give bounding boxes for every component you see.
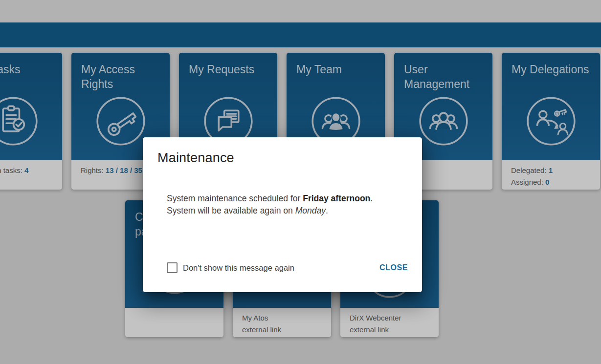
close-button[interactable]: CLOSE	[378, 260, 409, 275]
caption-line: DirX Webcenter	[350, 312, 432, 324]
tile-header: My Tasks	[0, 53, 62, 160]
tile-caption: DirX Webcenterexternal link	[340, 308, 439, 337]
dialog-footer: Don't show this message again CLOSE	[167, 259, 409, 276]
tile-title: User Management	[394, 53, 492, 91]
dont-show-again-label: Don't show this message again	[183, 263, 294, 273]
maintenance-dialog: Maintenance System maintenance scheduled…	[143, 137, 422, 292]
tile-title: My Team	[287, 53, 385, 77]
tile-caption: My open tasks: 4	[0, 160, 62, 190]
dont-show-again-option[interactable]: Don't show this message again	[167, 262, 294, 273]
tile-header: My Delegations	[502, 53, 600, 160]
key-icon	[95, 96, 146, 147]
caption-line: My open tasks: 4	[0, 165, 55, 176]
top-strip	[0, 0, 601, 22]
caption-line: external link	[350, 324, 432, 336]
tile-title: My Delegations	[502, 53, 600, 77]
caption-line: external link	[242, 324, 324, 336]
tile-caption: Delegated: 1Assigned: 0	[502, 160, 600, 190]
caption-line: My Atos	[242, 312, 324, 324]
delegation-key-icon	[526, 96, 577, 147]
tile-caption	[125, 308, 223, 337]
people-group-icon	[418, 96, 469, 147]
app-header-bar	[0, 22, 601, 47]
caption-line: Assigned: 0	[511, 176, 593, 188]
dialog-message: System maintenance scheduled for Friday …	[167, 193, 402, 216]
dont-show-again-checkbox[interactable]	[167, 262, 178, 273]
dialog-title: Maintenance	[157, 150, 234, 166]
tile-title: My Tasks	[0, 53, 62, 77]
tile-title: My Access Rights	[71, 53, 170, 91]
tile-caption: My Atosexternal link	[233, 308, 331, 337]
tile-my-delegations[interactable]: My DelegationsDelegated: 1Assigned: 0	[502, 53, 600, 190]
caption-line: Delegated: 1	[511, 165, 593, 176]
tile-my-tasks[interactable]: My TasksMy open tasks: 4	[0, 53, 62, 190]
page-background: { "colors": { "header": "#0e4a70", "page…	[0, 0, 601, 364]
clipboard-check-icon	[0, 96, 39, 147]
tile-title: My Requests	[179, 53, 277, 77]
